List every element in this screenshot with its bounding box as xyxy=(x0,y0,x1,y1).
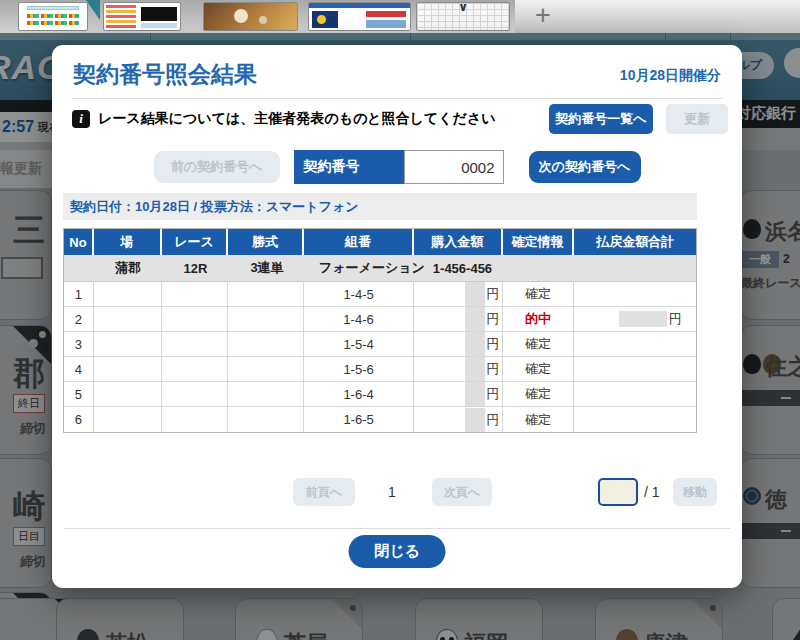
cell-empty xyxy=(162,357,229,381)
yen-unit: 円 xyxy=(487,335,500,353)
yen-unit: 円 xyxy=(487,411,500,429)
tab-corner-wedge xyxy=(86,0,100,20)
column-header: 組番 xyxy=(304,229,414,255)
column-header: 勝式 xyxy=(228,229,304,255)
tab-thumbnail-portal[interactable] xyxy=(103,2,181,31)
row-kumiban: 1-5-6 xyxy=(304,357,414,381)
contract-inquiry-modal: 契約番号照会結果 10月28日開催分 i レース結果については、主催者発表のもの… xyxy=(52,45,742,588)
summary-numbers: 1-456-456 xyxy=(433,261,492,276)
cell-empty xyxy=(94,307,162,331)
contract-list-button[interactable]: 契約番号一覧へ xyxy=(549,104,653,134)
tab-separator xyxy=(730,33,731,40)
row-payout xyxy=(574,332,696,356)
tab-thumbnail-speed-dial[interactable] xyxy=(18,2,88,31)
divider xyxy=(72,98,722,99)
row-payout xyxy=(574,407,696,432)
tab-thumbnail-boatrace[interactable] xyxy=(308,2,411,31)
cell-empty xyxy=(228,357,304,381)
mini-content-strip xyxy=(141,23,177,28)
column-header: 確定情報 xyxy=(503,229,575,255)
row-payout xyxy=(574,282,696,306)
row-payout: 円 xyxy=(574,307,696,331)
row-no: 3 xyxy=(64,332,94,356)
column-header: レース xyxy=(162,229,229,255)
total-pages-label: / 1 xyxy=(644,478,670,506)
mini-header-bar xyxy=(309,3,410,8)
tab-thumbnail-grid[interactable]: ∨ xyxy=(416,2,510,31)
notice-text: レース結果については、主催者発表のものと照合してください xyxy=(98,110,496,128)
mini-content-column xyxy=(106,5,136,28)
cell-empty xyxy=(94,382,162,406)
next-page-button[interactable]: 次頁へ xyxy=(432,478,492,506)
page-jump-input[interactable] xyxy=(598,478,638,506)
redacted-amount-patch xyxy=(465,382,485,406)
tab-separator xyxy=(665,33,666,40)
bet-summary-row: 蒲郡 12R 3連単 フォーメーション 1-456-456 xyxy=(64,255,696,282)
redacted-payout-patch xyxy=(619,311,667,327)
prev-contract-button[interactable]: 前の契約番号へ xyxy=(154,151,280,183)
cell-empty xyxy=(94,332,162,356)
row-kumiban: 1-5-4 xyxy=(304,332,414,356)
page-jump-button[interactable]: 移動 xyxy=(673,478,717,506)
row-status: 確定 xyxy=(503,282,575,306)
row-amount: 円 xyxy=(414,382,503,406)
row-status: 確定 xyxy=(503,382,575,406)
tab-separator xyxy=(410,33,411,40)
cell-empty xyxy=(162,332,229,356)
race-date-label: 10月28日開催分 xyxy=(620,67,721,85)
column-header: 場 xyxy=(94,229,162,255)
cell-empty xyxy=(162,282,229,306)
modal-title: 契約番号照会結果 xyxy=(73,59,257,90)
table-row: 3 1-5-4 円 確定 xyxy=(64,332,696,357)
column-header: 購入金額 xyxy=(414,229,503,255)
yen-unit: 円 xyxy=(487,310,500,328)
cell-empty xyxy=(228,332,304,356)
summary-bet-type: 3連単 xyxy=(229,255,305,281)
cell-empty xyxy=(162,382,229,406)
info-icon: i xyxy=(72,110,90,128)
cell-empty xyxy=(94,282,162,306)
table-row: 1 1-4-5 円 確定 xyxy=(64,282,696,307)
mini-search-bar xyxy=(27,6,79,10)
row-no: 2 xyxy=(64,307,94,331)
table-row: 5 1-6-4 円 確定 xyxy=(64,382,696,407)
mini-moon-icon xyxy=(317,15,326,24)
row-no: 1 xyxy=(64,282,94,306)
table-row: 6 1-6-5 円 確定 xyxy=(64,407,696,432)
summary-race: 12R xyxy=(162,255,229,281)
cell-empty xyxy=(228,407,304,432)
divider xyxy=(64,528,730,529)
row-amount: 円 xyxy=(414,357,503,381)
prev-page-button[interactable]: 前頁へ xyxy=(293,478,355,506)
mini-photo-spot xyxy=(234,9,248,23)
row-no: 6 xyxy=(64,407,94,432)
new-tab-button[interactable]: + xyxy=(528,0,558,32)
row-payout xyxy=(574,382,696,406)
row-amount: 円 xyxy=(414,282,503,306)
cell-empty xyxy=(162,307,229,331)
close-button[interactable]: 閉じる xyxy=(349,535,446,568)
redacted-amount-patch xyxy=(465,357,485,381)
redacted-amount-patch xyxy=(465,332,485,356)
mini-button-strip xyxy=(366,11,406,17)
cell-empty xyxy=(162,407,229,432)
table-row: 2 1-4-6 円 的中 円 xyxy=(64,307,696,332)
cell-empty xyxy=(228,282,304,306)
contract-number-input[interactable] xyxy=(404,150,504,184)
tab-separator xyxy=(150,33,151,40)
next-contract-button[interactable]: 次の契約番号へ xyxy=(529,151,641,183)
row-kumiban: 1-4-6 xyxy=(304,307,414,331)
row-payout xyxy=(574,357,696,381)
table-row: 4 1-5-6 円 確定 xyxy=(64,357,696,382)
table-header-row: No 場 レース 勝式 組番 購入金額 確定情報 払戻金額合計 xyxy=(64,229,696,255)
cell-empty xyxy=(64,255,94,281)
row-amount: 円 xyxy=(414,407,503,432)
row-amount: 円 xyxy=(414,332,503,356)
refresh-button[interactable]: 更新 xyxy=(666,104,728,134)
tab-thumbnail-photos[interactable] xyxy=(203,2,298,31)
row-no: 4 xyxy=(64,357,94,381)
row-kumiban: 1-6-5 xyxy=(304,407,414,432)
row-kumiban: 1-6-4 xyxy=(304,382,414,406)
yen-unit: 円 xyxy=(487,285,500,303)
contract-meta-bar: 契約日付：10月28日 / 投票方法：スマートフォン xyxy=(63,193,697,220)
